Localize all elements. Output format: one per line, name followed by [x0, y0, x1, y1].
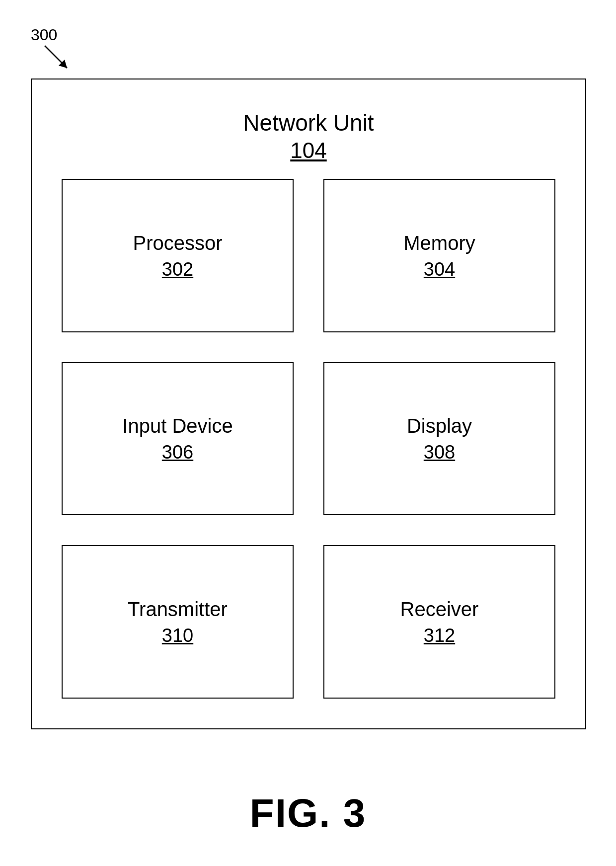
receiver-number: 312	[424, 625, 455, 646]
receiver-label: Receiver	[400, 597, 479, 621]
input-device-box: Input Device 306	[62, 362, 294, 516]
display-number: 308	[424, 442, 455, 463]
network-unit-box: Network Unit 104 Processor 302 Memory 30…	[31, 79, 586, 729]
input-device-number: 306	[162, 442, 193, 463]
transmitter-label: Transmitter	[128, 597, 228, 621]
page: 300 Network Unit 104 Processor 302 Memor…	[0, 0, 616, 866]
receiver-box: Receiver 312	[323, 545, 555, 699]
transmitter-number: 310	[162, 625, 193, 646]
transmitter-box: Transmitter 310	[62, 545, 294, 699]
network-unit-name: Network Unit	[32, 109, 585, 136]
display-label: Display	[407, 414, 472, 438]
network-unit-number: 104	[32, 138, 585, 163]
memory-label: Memory	[403, 231, 475, 255]
processor-label: Processor	[133, 231, 222, 255]
network-unit-title: Network Unit 104	[32, 109, 585, 163]
figure-caption: FIG. 3	[0, 790, 616, 836]
processor-number: 302	[162, 259, 193, 280]
figure-ref-arrow	[40, 41, 75, 78]
memory-box: Memory 304	[323, 179, 555, 332]
display-box: Display 308	[323, 362, 555, 516]
memory-number: 304	[424, 259, 455, 280]
processor-box: Processor 302	[62, 179, 294, 332]
components-grid: Processor 302 Memory 304 Input Device 30…	[62, 179, 555, 699]
input-device-label: Input Device	[122, 414, 232, 438]
